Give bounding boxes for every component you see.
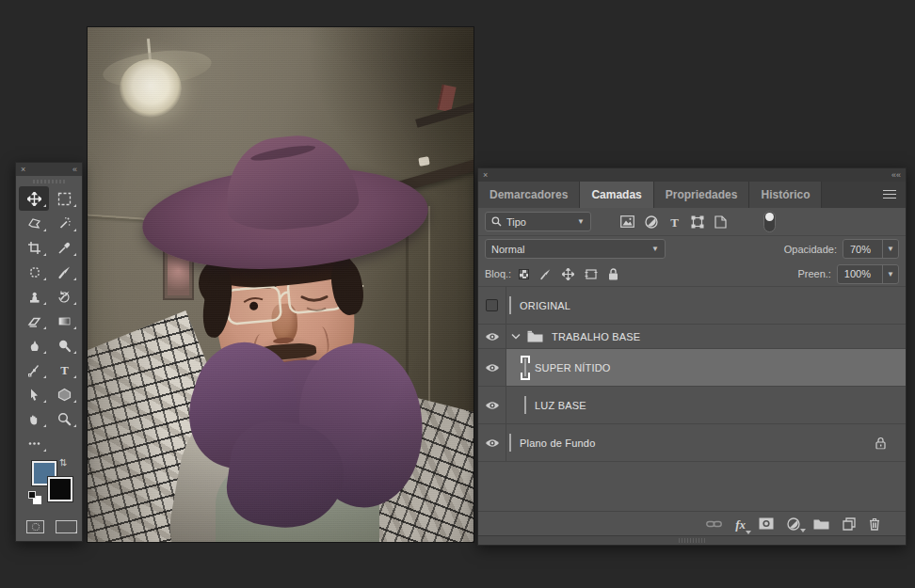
layer-name[interactable]: TRABALHO BASE (552, 331, 640, 342)
layer-visibility-toggle[interactable] (478, 424, 506, 461)
layer-row-plano-de-fundo[interactable]: Plano de Fundo (478, 424, 906, 462)
chevron-down-icon[interactable]: ▼ (882, 240, 898, 258)
delete-layer-icon[interactable] (869, 517, 880, 531)
tool-gradient[interactable] (49, 309, 79, 333)
eye-icon[interactable] (485, 332, 500, 342)
layer-style-fx-icon[interactable]: fx (735, 517, 746, 532)
tool-history-brush[interactable] (49, 284, 79, 309)
close-icon[interactable]: × (21, 165, 25, 174)
chevron-down-icon: ▼ (651, 245, 659, 253)
fill-value[interactable]: 100% (838, 268, 877, 279)
tool-eraser[interactable] (19, 309, 49, 333)
tool-grid: T (16, 186, 82, 455)
eye-icon[interactable] (485, 438, 500, 448)
screen-mode-button[interactable] (56, 520, 77, 533)
swap-colors-icon[interactable]: ⇄ (58, 458, 69, 466)
tool-hand[interactable] (19, 406, 49, 431)
tool-zoom[interactable] (49, 406, 79, 431)
filter-toggle-switch[interactable] (763, 211, 776, 232)
layers-panel-header: × «« (478, 168, 906, 182)
panel-tabs: Demarcadores Camadas Propriedades Histór… (478, 182, 906, 208)
collapse-panel-icon[interactable]: «« (891, 170, 901, 180)
layer-list: ORIGINAL TRABALHO BASE (478, 287, 906, 511)
tool-path-selection[interactable] (19, 382, 49, 406)
tab-propriedades[interactable]: Propriedades (654, 182, 750, 208)
filter-shape-layers-icon[interactable] (691, 215, 704, 229)
layers-panel: × «« Demarcadores Camadas Propriedades H… (477, 167, 907, 546)
layer-thumbnail[interactable] (509, 435, 511, 452)
layer-name[interactable]: LUZ BASE (535, 400, 586, 411)
tool-smudge[interactable] (19, 333, 49, 358)
panel-drag-grip[interactable] (16, 176, 82, 186)
chevron-down-icon[interactable]: ▼ (882, 265, 898, 283)
layer-visibility-toggle[interactable] (478, 387, 506, 423)
layer-row-luz-base[interactable]: LUZ BASE (478, 387, 906, 424)
tools-panel-header: × « (16, 163, 82, 176)
panel-menu-icon[interactable] (883, 190, 896, 199)
filter-adjustment-layers-icon[interactable] (645, 215, 658, 229)
tool-clone-stamp[interactable] (19, 284, 49, 309)
new-adjustment-layer-icon[interactable] (787, 517, 800, 531)
tool-dodge[interactable] (49, 333, 79, 358)
tool-crop[interactable] (19, 235, 49, 260)
eye-icon[interactable] (485, 363, 500, 373)
tool-pen[interactable] (19, 358, 49, 382)
blend-mode-dropdown[interactable]: Normal ▼ (485, 239, 666, 259)
layer-thumbnail[interactable] (509, 297, 511, 314)
svg-text:T: T (670, 215, 679, 228)
document-canvas[interactable] (87, 26, 474, 543)
opacity-value[interactable]: 70% (843, 244, 877, 255)
tool-magic-wand[interactable] (49, 211, 79, 235)
layer-name[interactable]: ORIGINAL (520, 300, 570, 311)
layer-row-group-trabalho-base[interactable]: TRABALHO BASE (478, 325, 906, 349)
fill-dropdown[interactable]: 100% ▼ (837, 264, 899, 284)
svg-text:T: T (60, 363, 69, 377)
new-group-icon[interactable] (813, 517, 829, 530)
tool-rectangular-marquee[interactable] (49, 186, 79, 211)
opacity-dropdown[interactable]: 70% ▼ (843, 239, 899, 259)
tool-type[interactable]: T (49, 358, 79, 382)
layer-name[interactable]: SUPER NÍTIDO (535, 362, 611, 373)
tool-shape[interactable] (49, 382, 79, 406)
layer-visibility-toggle[interactable] (478, 325, 506, 348)
visibility-empty-well[interactable] (486, 299, 498, 311)
chevron-expand-icon[interactable] (511, 333, 521, 340)
layer-row-super-nitido[interactable]: SUPER NÍTIDO (478, 349, 906, 387)
tab-camadas[interactable]: Camadas (580, 182, 653, 208)
lock-position-icon[interactable] (562, 268, 574, 280)
tool-healing-patch[interactable] (19, 260, 49, 284)
filter-pixel-layers-icon[interactable] (620, 215, 634, 228)
add-layer-mask-icon[interactable] (759, 517, 774, 530)
tab-historico[interactable]: Histórico (749, 182, 822, 208)
filter-type-layers-icon[interactable]: T (668, 215, 681, 228)
layer-thumbnail[interactable] (524, 397, 526, 414)
opacity-label: Opacidade: (784, 244, 837, 255)
close-icon[interactable]: × (483, 170, 488, 180)
layer-row-original[interactable]: ORIGINAL (478, 287, 906, 325)
eye-icon[interactable] (485, 401, 500, 410)
tab-demarcadores[interactable]: Demarcadores (478, 182, 580, 208)
new-layer-icon[interactable] (843, 517, 856, 531)
layer-name[interactable]: Plano de Fundo (520, 437, 595, 449)
lock-transparency-icon[interactable] (519, 269, 529, 279)
lock-pixels-icon[interactable] (539, 268, 552, 280)
filter-kind-dropdown[interactable]: Tipo ▼ (485, 212, 591, 231)
panel-resize-grip[interactable] (478, 535, 906, 545)
tool-more-tools[interactable] (19, 431, 49, 455)
lock-artboard-icon[interactable] (585, 268, 598, 280)
filter-smart-objects-icon[interactable] (714, 215, 727, 229)
collapse-panel-icon[interactable]: « (72, 165, 77, 174)
layers-footer-bar: fx (478, 511, 906, 535)
link-layers-icon[interactable] (706, 519, 722, 529)
layer-visibility-toggle[interactable] (478, 287, 506, 324)
tool-brush[interactable] (49, 260, 79, 284)
default-colors-icon[interactable] (28, 491, 41, 504)
tool-eyedropper[interactable] (49, 235, 79, 260)
layer-thumbnail[interactable] (524, 359, 526, 376)
background-color-swatch[interactable] (48, 477, 72, 501)
layer-visibility-toggle[interactable] (478, 349, 506, 386)
quick-mask-button[interactable] (26, 520, 44, 533)
lock-all-icon[interactable] (608, 268, 618, 280)
tool-move[interactable] (19, 186, 49, 211)
tool-lasso[interactable] (19, 211, 49, 235)
